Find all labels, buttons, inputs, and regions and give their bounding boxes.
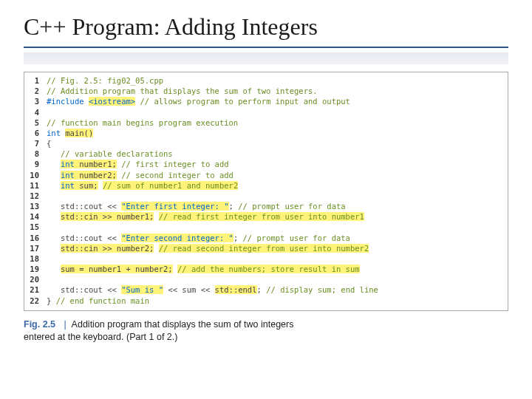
line-number: 19 [29,264,47,274]
code-line: 17 std::cin >> number2; // read second i… [29,243,503,253]
code-token [154,212,158,221]
code-line: 3#include <iostream> // allows program t… [29,96,503,106]
code-token: // allows program to perform input and o… [140,97,349,106]
line-number: 21 [29,284,47,295]
code-content: int number2; // second integer to add [47,170,503,180]
code-token: // read first integer from user into num… [159,212,364,221]
code-line: 11 int sum; // sum of number1 and number… [29,180,503,191]
code-line: 8 // variable declarations [29,149,503,159]
code-token: int [61,181,75,190]
code-line: 15 [29,222,503,232]
code-content: // Fig. 2.5: fig02_05.cpp [47,75,503,86]
code-token: // display sum; end line [266,285,378,294]
code-listing: 1// Fig. 2.5: fig02_05.cpp2// Addition p… [24,72,508,311]
code-token [154,244,158,253]
code-token [47,160,61,168]
line-number: 6 [29,128,47,138]
code-token: std::cin >> number2; [61,244,154,253]
code-token: // read second integer from user into nu… [159,244,369,253]
code-line: 18 [29,253,503,264]
code-content: int number1; // first integer to add [47,159,503,169]
line-number: 7 [29,138,47,149]
code-line: 10 int number2; // second integer to add [29,170,503,180]
code-token: // sum of number1 and number2 [103,181,238,190]
code-line: 5// function main begins program executi… [29,117,503,128]
code-line: 14 std::cin >> number1; // read first in… [29,211,503,222]
code-content: sum = number1 + number2; // add the numb… [47,264,503,274]
code-line: 2// Addition program that displays the s… [29,86,503,96]
caption-figno: Fig. 2.5 [24,319,58,330]
line-number: 3 [29,96,47,106]
line-number: 4 [29,107,47,117]
code-line: 7{ [29,138,503,149]
code-content: std::cout << "Sum is " << sum << std::en… [47,284,503,295]
caption-text-line2: entered at the keyboard. (Part 1 of 2.) [24,332,177,342]
code-token: ; [233,233,243,242]
line-number: 15 [29,222,47,232]
code-token [47,149,61,158]
code-token: number1; [79,160,117,168]
code-content: // variable declarations [47,149,503,159]
code-token [47,181,61,190]
code-token: // Addition program that displays the su… [47,86,318,95]
code-line: 9 int number1; // first integer to add [29,159,503,169]
line-number: 12 [29,191,47,201]
code-token: // first integer to add [121,160,228,168]
slide: C++ Program: Adding Integers 1// Fig. 2.… [0,0,532,344]
code-token: } [47,296,56,305]
slide-title: C++ Program: Adding Integers [24,13,508,48]
code-token: <iostream> [89,97,135,106]
code-token: { [47,139,51,148]
figure-caption: Fig. 2.5 | Addition program that display… [24,318,508,344]
code-line: 6int main() [29,128,503,138]
code-token: // prompt user for data [238,202,345,211]
code-content: } // end function main [47,296,503,306]
code-line: 22} // end function main [29,296,503,306]
code-token: "Enter second integer: " [121,233,233,242]
code-content: std::cin >> number1; // read first integ… [47,211,503,222]
line-number: 18 [29,253,47,264]
code-content: std::cout << "Enter first integer: "; //… [47,201,503,211]
line-number: 10 [29,170,47,180]
line-number: 2 [29,86,47,96]
code-content: std::cout << "Enter second integer: "; /… [47,233,503,243]
line-number: 11 [29,180,47,191]
code-content: // Addition program that displays the su… [47,86,503,96]
code-token: // second integer to add [121,171,233,180]
code-line: 20 [29,274,503,284]
code-token: "Enter first integer: " [121,202,228,211]
code-token: sum; [79,181,98,190]
code-token: ; [257,285,267,294]
code-token [98,181,103,190]
line-number: 14 [29,211,47,222]
code-token: int [47,129,65,137]
code-line: 12 [29,191,503,201]
code-token: << sum << [163,285,215,294]
line-number: 20 [29,274,47,284]
code-line: 4 [29,107,503,117]
code-token [47,212,61,221]
code-line: 1// Fig. 2.5: fig02_05.cpp [29,75,503,86]
code-content: // function main begins program executio… [47,117,503,128]
line-number: 17 [29,243,47,253]
code-token: int [61,160,75,168]
code-token: number2; [79,171,117,180]
line-number: 5 [29,117,47,128]
code-line: 19 sum = number1 + number2; // add the n… [29,264,503,274]
code-token [47,265,61,273]
code-token: // variable declarations [61,149,173,158]
code-token: std::cout << [47,285,121,294]
code-line: 16 std::cout << "Enter second integer: "… [29,233,503,243]
code-token: main() [65,129,93,137]
code-token: // end function main [56,296,149,305]
line-number: 9 [29,159,47,169]
code-line: 13 std::cout << "Enter first integer: ";… [29,201,503,211]
code-token: std::cin >> number1; [61,212,154,221]
code-content: { [47,138,503,149]
line-number: 8 [29,149,47,159]
line-number: 16 [29,233,47,243]
line-number: 1 [29,75,47,86]
caption-text-line1: Addition program that displays the sum o… [72,319,294,330]
code-token: // function main begins program executio… [47,118,238,127]
title-underband [24,52,508,64]
